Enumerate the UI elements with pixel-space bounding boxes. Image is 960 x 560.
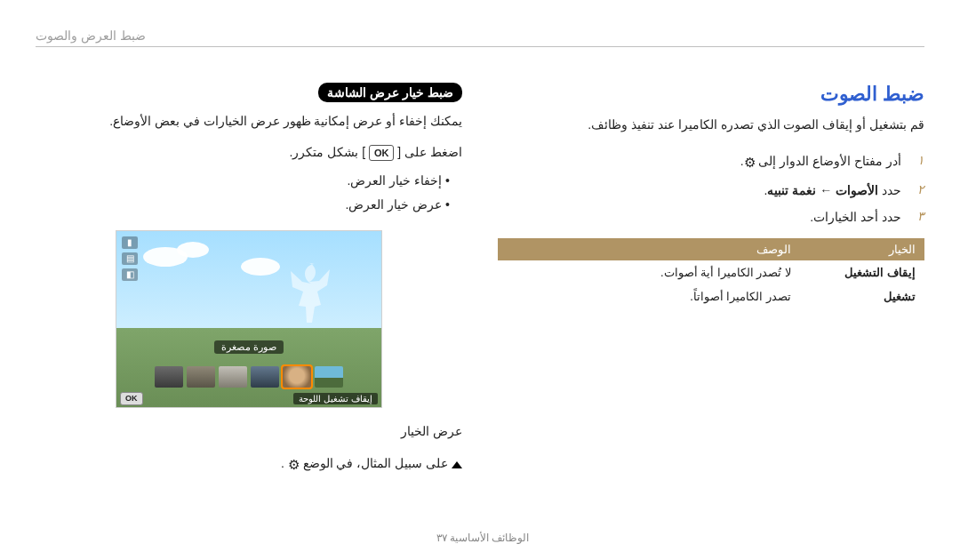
thumbnail-strip bbox=[155, 366, 343, 388]
ok-key-badge: OK bbox=[120, 392, 143, 405]
footer-section: الوظائف الأساسية bbox=[450, 532, 529, 544]
left-column: ضبط الصوت قم بتشغيل أو إيقاف الصوت الذي … bbox=[498, 83, 924, 473]
bullet-show: عرض خيار العرض. bbox=[36, 193, 450, 217]
cloud-icon bbox=[177, 242, 209, 258]
thumbnail bbox=[155, 366, 183, 388]
camera-preview: ▮ ▤ ◧ صورة مصغرة bbox=[116, 230, 382, 408]
breadcrumb: ضبط العرض والصوت bbox=[36, 28, 146, 43]
thumbnail bbox=[315, 366, 343, 388]
table-header-option: الخيار bbox=[800, 238, 924, 260]
example-note: على سبيل المثال، في الوضع ⚙ . bbox=[36, 456, 462, 472]
table-cell-key: إيقاف التشغيل bbox=[800, 260, 924, 284]
bullet-hide: إخفاء خيار العرض. bbox=[36, 169, 450, 193]
option-callout-label: عرض الخيار bbox=[401, 424, 462, 438]
mode-icon: ◧ bbox=[122, 268, 138, 281]
gear-icon: ⚙ bbox=[744, 148, 756, 177]
section-display-option-desc: يمكنك إخفاء أو عرض إمكانية ظهور عرض الخي… bbox=[36, 109, 462, 133]
hud-status-icons: ▮ ▤ ◧ bbox=[122, 236, 138, 281]
list-item: ١ أدر مفتاح الأوضاع الدوار إلى ⚙. bbox=[498, 148, 924, 177]
gear-icon: ⚙ bbox=[288, 457, 300, 473]
thumbnail-selected bbox=[283, 366, 311, 388]
table-header-row: الخيار الوصف bbox=[498, 238, 924, 260]
cloud-icon bbox=[241, 258, 280, 276]
table-cell-desc: تصدر الكاميرا أصواتاً. bbox=[498, 284, 800, 308]
thumbnail-label: صورة مصغرة bbox=[214, 340, 284, 354]
table-cell-key: تشغيل bbox=[800, 284, 924, 308]
table-row: تشغيل تصدر الكاميرا أصواتاً. bbox=[498, 284, 924, 308]
preview-bottom-bar: OK إيقاف تشغيل اللوحة bbox=[120, 392, 378, 405]
storage-icon: ▤ bbox=[122, 252, 138, 265]
thumbnail bbox=[219, 366, 247, 388]
list-item: ٢ حدد الأصوات ← نغمة تنبيه. bbox=[498, 177, 924, 204]
top-divider bbox=[36, 46, 924, 47]
person-silhouette-icon bbox=[279, 260, 332, 332]
preview-bottom-label: إيقاف تشغيل اللوحة bbox=[293, 393, 378, 404]
manual-page: ضبط العرض والصوت ضبط خيار عرض الشاشة يمك… bbox=[0, 0, 960, 560]
section-sound-desc: قم بتشغيل أو إيقاف الصوت الذي تصدره الكا… bbox=[498, 113, 924, 137]
thumbnail bbox=[251, 366, 279, 388]
page-footer: الوظائف الأساسية ٣٧ bbox=[0, 532, 960, 544]
display-option-bullets: إخفاء خيار العرض. عرض خيار العرض. bbox=[36, 169, 462, 216]
table-header-desc: الوصف bbox=[498, 238, 800, 260]
thumbnail bbox=[187, 366, 215, 388]
list-item: ٣ حدد أحد الخيارات. bbox=[498, 204, 924, 231]
preview-background: ▮ ▤ ◧ صورة مصغرة bbox=[116, 230, 382, 408]
press-ok-instruction: اضغط على [ OK ] بشكل متكرر. bbox=[36, 140, 462, 164]
triangle-up-icon bbox=[452, 461, 462, 468]
ok-key-badge: OK bbox=[369, 145, 395, 161]
battery-icon: ▮ bbox=[122, 236, 138, 249]
section-sound-title: ضبط الصوت bbox=[498, 83, 924, 106]
camera-preview-wrap: ▮ ▤ ◧ صورة مصغرة bbox=[36, 230, 462, 408]
right-column: ضبط خيار عرض الشاشة يمكنك إخفاء أو عرض إ… bbox=[36, 83, 462, 473]
options-table: الخيار الوصف إيقاف التشغيل لا تُصدر الكا… bbox=[498, 238, 924, 308]
section-display-option-title: ضبط خيار عرض الشاشة bbox=[36, 83, 462, 102]
option-callout: عرض الخيار bbox=[36, 424, 462, 438]
table-row: إيقاف التشغيل لا تُصدر الكاميرا أية أصوا… bbox=[498, 260, 924, 284]
sound-steps: ١ أدر مفتاح الأوضاع الدوار إلى ⚙. ٢ حدد … bbox=[498, 148, 924, 232]
table-cell-desc: لا تُصدر الكاميرا أية أصوات. bbox=[498, 260, 800, 284]
footer-page-number: ٣٧ bbox=[436, 532, 447, 544]
